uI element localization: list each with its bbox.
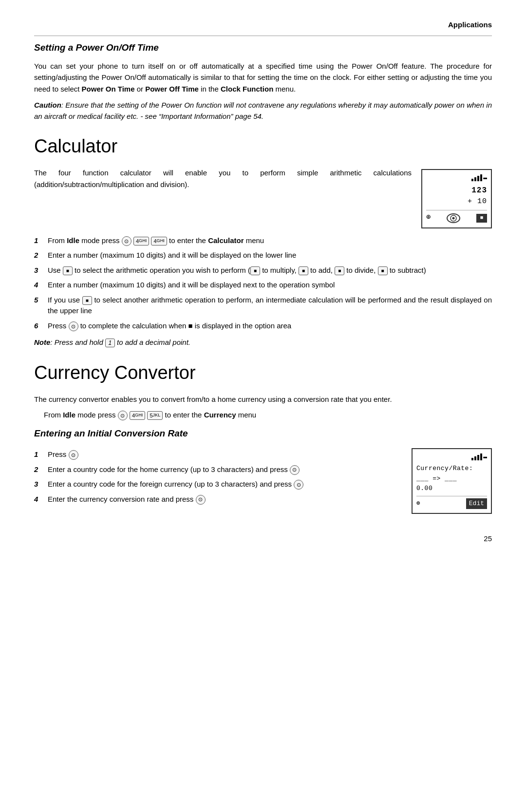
currency-section: Currency Convertor The currency converto…: [34, 359, 492, 514]
step-4-content: Enter a number (maximum 10 digits) and i…: [48, 280, 492, 291]
key-5jkl-currency: 5JKL: [147, 411, 163, 420]
currency-display-line3: 0.00: [416, 484, 487, 493]
step-2-content: Enter a number (maximum 10 digits) and i…: [48, 250, 492, 261]
page-header: Applications: [34, 19, 492, 31]
power-menu-text: menu.: [273, 85, 296, 93]
c-bar3: [477, 455, 479, 460]
step-1-content: From Idle mode press ⊙ 4GHI 4GHI to ente…: [48, 235, 492, 246]
calc-step-4: 4 Enter a number (maximum 10 digits) and…: [34, 280, 492, 291]
step-num-4: 4: [34, 280, 43, 291]
currency-step-2-content: Enter a country code for the home curren…: [48, 464, 402, 475]
currency-bottom-bar: ⊕ Edit: [416, 496, 487, 509]
key-ok-c4: ⊙: [196, 495, 206, 505]
calculator-title: Calculator: [34, 132, 492, 160]
power-section-title: Setting a Power On/Off Time: [34, 41, 492, 55]
step-num-6: 6: [34, 321, 43, 332]
currency-left-icon: ⊕: [416, 499, 420, 509]
key-ok-1: ⊙: [122, 236, 132, 246]
currency-title: Currency Convertor: [34, 359, 492, 387]
phone-right-icon: ■: [476, 214, 487, 223]
bar3: [477, 176, 479, 181]
key-1-note: 1: [105, 339, 115, 347]
conversion-subsection-title: Entering an Initial Conversion Rate: [34, 427, 492, 441]
key-4ghi-1: 4GHI: [133, 237, 149, 245]
mode-press-text: mode press: [75, 411, 118, 419]
phone-bottom-bar: ⊕ ■: [426, 210, 487, 224]
power-or-text: or: [135, 85, 146, 93]
battery-icon: ▬: [483, 173, 487, 183]
power-body-text: You can set your phone to turn itself on…: [34, 60, 492, 94]
step-num-2: 2: [34, 250, 43, 261]
power-off-time-label: Power Off Time: [145, 85, 199, 93]
step-num-5: 5: [34, 295, 43, 317]
currency-steps-text: 1 Press ⊙ 2 Enter a country code for the…: [34, 446, 402, 510]
step-num-3: 3: [34, 265, 43, 276]
calc-step-3: 3 Use ■ to select the arithmetic operati…: [34, 265, 492, 276]
power-in-the-text: in the: [199, 85, 221, 93]
edit-label: Edit: [466, 498, 487, 509]
calculator-menu-bold: Calculator: [208, 236, 244, 245]
calculator-note: Note: Press and hold 1 to add a decimal …: [34, 337, 492, 348]
key-ok-c3: ⊙: [294, 480, 303, 490]
key-multiply: ■: [250, 266, 260, 275]
calc-step-6: 6 Press ⊙ to complete the calculation wh…: [34, 321, 492, 332]
key-nav-3: ■: [63, 266, 73, 275]
currency-display-line1: Currency/Rate:: [416, 464, 487, 473]
key-ok-currency: ⊙: [118, 411, 128, 420]
currency-step-3: 3 Enter a country code for the foreign c…: [34, 479, 402, 490]
currency-step-4-content: Enter the currency conversion rate and p…: [48, 494, 402, 505]
calc-display-line2: + 10: [426, 196, 487, 208]
step-num-1: 1: [34, 235, 43, 246]
bar2: [474, 177, 476, 181]
currency-signal-bars: [471, 453, 482, 460]
step-3-content: Use ■ to select the arithmetic operation…: [48, 265, 492, 276]
c-bar4: [480, 453, 482, 460]
bar1: [471, 179, 473, 181]
calc-step-1: 1 From Idle mode press ⊙ 4GHI 4GHI to en…: [34, 235, 492, 246]
currency-step-2: 2 Enter a country code for the home curr…: [34, 464, 402, 475]
page-number: 25: [34, 533, 492, 545]
currency-display-line2: ___ => ___: [416, 474, 487, 484]
entering-conversion-block: Entering an Initial Conversion Rate 1 Pr…: [34, 427, 492, 514]
currency-intro-text: The currency convertor enables you to co…: [34, 394, 492, 405]
phone-center-icon: [447, 213, 460, 223]
currency-screen-top: ▬: [416, 452, 487, 462]
calculator-intro-block: The four function calculator will enable…: [34, 167, 492, 228]
currency-battery-icon: ▬: [483, 452, 487, 462]
key-nav-5: ■: [82, 296, 92, 305]
phone-left-icon: ⊕: [426, 212, 431, 224]
idle-bold-currency: Idle: [63, 411, 75, 419]
caution-block: Caution: Ensure that the setting of the …: [34, 99, 492, 122]
step-6-content: Press ⊙ to complete the calculation when…: [48, 321, 492, 332]
c-bar1: [471, 458, 473, 460]
key-subtract: ■: [378, 266, 388, 275]
bar4: [480, 174, 482, 181]
calculator-body: The four function calculator will enable…: [34, 167, 412, 190]
power-section: Setting a Power On/Off Time You can set …: [34, 41, 492, 122]
note-label: Note: [34, 338, 50, 346]
calc-step-5: 5 If you use ■ to select another arithme…: [34, 295, 492, 317]
note-text-before: : Press and hold: [50, 338, 105, 346]
currency-num-2: 2: [34, 464, 43, 475]
calc-step-2: 2 Enter a number (maximum 10 digits) and…: [34, 250, 492, 261]
to-enter-text: to enter the: [165, 411, 204, 419]
currency-num-4: 4: [34, 494, 43, 505]
currency-menu-bold: Currency: [204, 411, 236, 419]
header-divider: [34, 36, 492, 36]
calculator-intro-text: The four function calculator will enable…: [34, 167, 412, 190]
key-ok-6: ⊙: [69, 321, 78, 331]
key-4ghi-currency: 4GHI: [130, 411, 145, 420]
header-label: Applications: [448, 20, 492, 29]
note-text-end: to add a decimal point.: [115, 338, 190, 346]
caution-text: : Ensure that the setting of the Power O…: [34, 101, 492, 120]
menu-text: menu: [236, 411, 256, 419]
idle-bold-1: Idle: [67, 236, 79, 245]
currency-steps-list: 1 Press ⊙ 2 Enter a country code for the…: [34, 449, 402, 505]
key-divide: ■: [335, 266, 344, 275]
key-add: ■: [299, 266, 308, 275]
currency-step-1: 1 Press ⊙: [34, 449, 402, 460]
currency-num-3: 3: [34, 479, 43, 490]
phone-screen-top-bar: ▬: [426, 173, 487, 183]
currency-from-idle: From Idle mode press ⊙ 4GHI 5JKL to ente…: [34, 410, 492, 421]
currency-num-1: 1: [34, 449, 43, 460]
